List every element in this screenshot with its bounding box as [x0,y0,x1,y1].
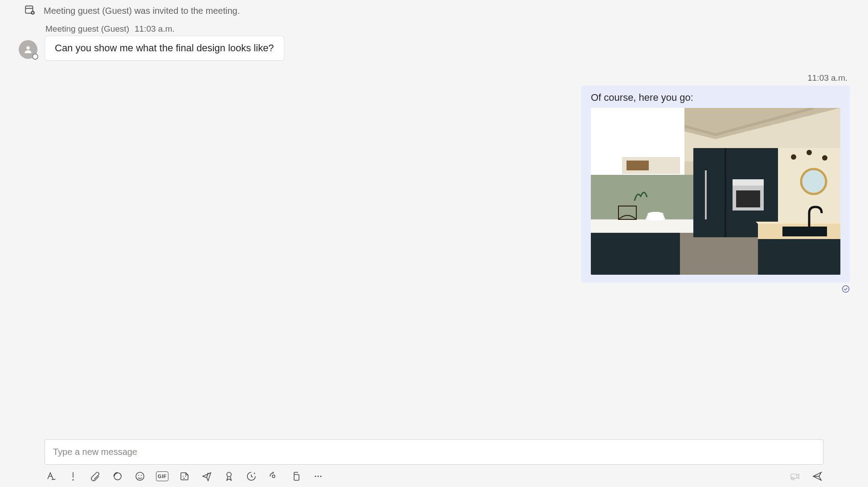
svg-point-45 [320,475,321,477]
svg-point-31 [647,212,663,216]
composer-toolbar: GIF [45,465,823,483]
svg-point-22 [807,150,812,155]
avatar[interactable] [19,40,37,59]
message-body: Can you show me what the final design lo… [55,42,274,54]
system-event-row: Meeting guest (Guest) was invited to the… [18,2,850,24]
incoming-bubble[interactable]: Can you show me what the final design lo… [45,36,284,61]
svg-rect-10 [591,219,698,233]
svg-point-21 [791,154,796,160]
svg-marker-25 [756,222,840,224]
svg-point-37 [141,475,142,476]
viva-goals-icon[interactable] [245,470,258,483]
read-receipt-icon [841,285,850,296]
format-icon[interactable] [45,470,57,483]
svg-point-44 [317,475,319,477]
svg-rect-7 [626,161,649,170]
svg-point-20 [801,169,826,194]
message-body: Of course, here you go: [591,92,840,103]
gif-icon[interactable]: GIF [156,470,168,483]
calendar-add-icon [24,4,36,18]
composer: GIF [18,439,850,483]
svg-rect-18 [705,170,707,219]
svg-rect-14 [725,148,726,237]
svg-point-32 [843,286,849,293]
svg-rect-17 [733,179,764,186]
svg-point-33 [72,479,74,480]
schedule-send-icon[interactable] [201,470,213,483]
loop-icon[interactable] [111,470,124,483]
incoming-message-group: Meeting guest (Guest) 11:03 a.m. Can you… [18,24,850,61]
copy-icon[interactable] [290,470,302,483]
svg-rect-27 [782,227,827,236]
video-clip-icon[interactable] [789,470,801,483]
approvals-icon[interactable] [223,470,235,483]
chat-scroll[interactable]: Meeting guest (Guest) was invited to the… [18,0,850,431]
more-icon[interactable] [312,470,324,483]
svg-point-2 [26,46,29,50]
sender-name: Meeting guest (Guest) [45,24,129,34]
svg-rect-16 [736,190,760,207]
presence-indicator [32,54,38,60]
svg-rect-42 [294,475,299,480]
send-icon[interactable] [811,470,823,483]
svg-point-40 [227,472,231,477]
attachment-image[interactable] [591,108,840,275]
svg-point-23 [822,155,827,161]
svg-point-41 [272,475,275,478]
svg-point-38 [183,476,184,477]
svg-point-43 [315,475,316,477]
svg-point-39 [185,476,186,477]
outgoing-bubble[interactable]: Of course, here you go: [581,86,850,283]
message-time: 11:03 a.m. [135,24,175,34]
svg-point-36 [138,475,139,476]
attach-icon[interactable] [89,470,102,483]
svg-rect-26 [758,239,840,275]
updates-icon[interactable] [267,470,280,483]
svg-point-35 [136,472,144,480]
message-input[interactable] [45,439,823,465]
message-meta: Meeting guest (Guest) 11:03 a.m. [45,24,850,36]
emoji-icon[interactable] [134,470,146,483]
svg-rect-9 [591,175,693,219]
message-time: 11:03 a.m. [807,73,848,83]
sticker-icon[interactable] [178,470,191,483]
system-event-text: Meeting guest (Guest) was invited to the… [44,6,240,16]
outgoing-message-group: 11:03 a.m. Of course, here you go: [18,71,850,296]
priority-icon[interactable] [67,470,79,483]
